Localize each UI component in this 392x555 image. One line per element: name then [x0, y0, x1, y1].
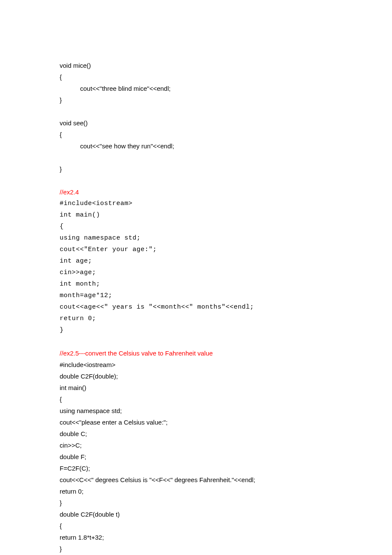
- blank-line: [60, 336, 332, 347]
- code-line: int main(): [60, 382, 332, 393]
- code-line: return 0;: [60, 486, 332, 497]
- code-line: cout<<"see how they run"<<endl;: [60, 140, 332, 152]
- code-line: cout<<age<<" years is "<<month<<" months…: [60, 301, 332, 313]
- code-line: cout<<"please enter a Celsius value:";: [60, 416, 332, 428]
- code-line: double C2F(double t): [60, 509, 332, 520]
- code-line: cin>>C;: [60, 439, 332, 451]
- code-line: using namespace std;: [60, 232, 332, 244]
- code-line: {: [60, 520, 332, 532]
- code-line: int main(): [60, 209, 332, 221]
- comment-line: //ex2.4: [60, 186, 332, 198]
- code-line: void mice(): [60, 60, 332, 71]
- code-line: {: [60, 71, 332, 83]
- code-line: F=C2F(C);: [60, 462, 332, 474]
- code-line: double C2F(double);: [60, 370, 332, 382]
- code-line: double F;: [60, 451, 332, 462]
- comment-line: //ex2.5---convert the Celsius valve to F…: [60, 347, 332, 359]
- code-line: return 1.8*t+32;: [60, 532, 332, 543]
- code-line: {: [60, 221, 332, 232]
- code-line: void see(): [60, 117, 332, 129]
- code-line: double C;: [60, 428, 332, 439]
- code-line: #include<iostream>: [60, 198, 332, 209]
- code-line: }: [60, 543, 332, 555]
- blank-line: [60, 152, 332, 163]
- code-line: cout<<C<<" degrees Celsius is "<<F<<" de…: [60, 474, 332, 486]
- code-line: int month;: [60, 278, 332, 290]
- code-line: }: [60, 497, 332, 509]
- code-line: {: [60, 393, 332, 405]
- blank-line: [60, 175, 332, 186]
- code-line: int age;: [60, 255, 332, 267]
- code-line: using namespace std;: [60, 405, 332, 416]
- code-line: }: [60, 163, 332, 175]
- code-line: {: [60, 129, 332, 140]
- code-line: }: [60, 324, 332, 336]
- code-line: cin>>age;: [60, 267, 332, 278]
- code-line: cout<<"three blind mice"<<endl;: [60, 83, 332, 94]
- code-line: }: [60, 94, 332, 106]
- code-line: month=age*12;: [60, 290, 332, 301]
- code-line: cout<<"Enter your age:";: [60, 244, 332, 255]
- code-line: return 0;: [60, 313, 332, 324]
- blank-line: [60, 106, 332, 117]
- code-line: #include<iostream>: [60, 359, 332, 370]
